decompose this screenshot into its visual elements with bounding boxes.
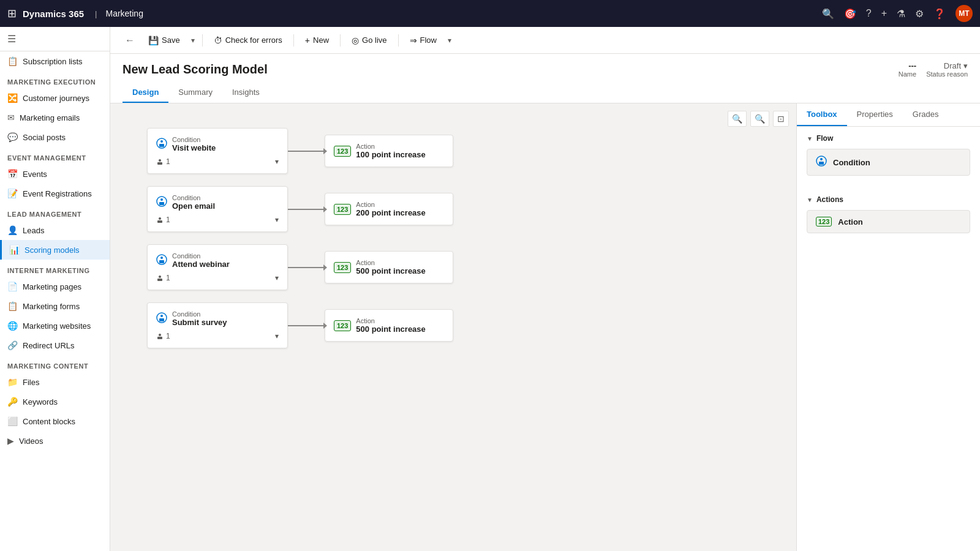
expand-icon[interactable]: ▾ — [275, 332, 279, 340]
toolbox-action-item[interactable]: 123 Action — [807, 210, 970, 233]
meta-name-value: --- — [908, 61, 916, 70]
sidebar-item-customer-journeys[interactable]: 🔀 Customer journeys — [0, 88, 110, 108]
plus-icon[interactable]: + — [881, 8, 887, 19]
status-dropdown[interactable]: Draft ▾ — [944, 61, 968, 70]
save-dropdown-button[interactable]: ▾ — [189, 33, 197, 48]
flow-dropdown-button[interactable]: ▾ — [445, 33, 454, 48]
toolbox-tab-toolbox[interactable]: Toolbox — [797, 103, 847, 126]
page-title-row: New Lead Scoring Model --- Name Draft ▾ … — [123, 61, 968, 78]
condition-node-submit-survey[interactable]: Condition Submit survey 1 ▾ — [147, 302, 288, 348]
condition-node-attend-webinar[interactable]: Condition Attend webinar 1 ▾ — [147, 244, 288, 290]
expand-icon[interactable]: ▾ — [275, 157, 279, 166]
sidebar-item-marketing-websites[interactable]: 🌐 Marketing websites — [0, 316, 110, 335]
node-name: Submit survey — [172, 318, 227, 327]
module-name: Marketing — [105, 9, 143, 18]
search-icon[interactable]: 🔍 — [822, 8, 834, 20]
scoring-models-icon: 📊 — [9, 245, 20, 255]
group-lead-management: Lead management — [0, 203, 110, 220]
target-icon[interactable]: 🎯 — [844, 8, 856, 20]
hamburger-icon[interactable]: ☰ — [7, 34, 16, 44]
back-button[interactable]: ← — [120, 32, 140, 48]
condition-node-visit-website[interactable]: Condition Visit webite 1 ▾ — [147, 128, 288, 174]
sidebar-item-social-posts[interactable]: 💬 Social posts — [0, 127, 110, 147]
page-meta: --- Name Draft ▾ Status reason — [899, 61, 968, 78]
new-button[interactable]: + New — [299, 32, 335, 48]
sidebar-item-leads[interactable]: 👤 Leads — [0, 220, 110, 240]
filter-icon[interactable]: ⚗ — [897, 8, 905, 20]
sidebar-item-redirect-urls[interactable]: 🔗 Redirect URLs — [0, 335, 110, 355]
toolbox-action-icon: 123 — [816, 217, 832, 227]
sidebar-item-label: Keywords — [23, 397, 58, 407]
sidebar-item-marketing-emails[interactable]: ✉ Marketing emails — [0, 108, 110, 127]
divider — [293, 34, 294, 47]
help-icon[interactable]: ? — [866, 8, 872, 19]
check-errors-button[interactable]: ⏱ Check for errors — [208, 32, 288, 48]
divider — [202, 34, 203, 47]
sidebar-item-label: Event Registrations — [23, 189, 92, 198]
chevron-down-icon: ▾ — [963, 61, 968, 70]
sidebar-item-marketing-forms[interactable]: 📋 Marketing forms — [0, 296, 110, 316]
top-nav: ⊞ Dynamics 365 | Marketing 🔍 🎯 ? + ⚗ ⚙ ❓… — [0, 0, 980, 27]
flow-canvas: Condition Visit webite 1 ▾ — [123, 116, 784, 483]
tab-design[interactable]: Design — [123, 83, 168, 103]
event-registrations-icon: 📝 — [7, 189, 18, 198]
action-node-100[interactable]: 123 Action 100 point increase — [325, 135, 453, 167]
events-icon: 📅 — [7, 169, 18, 179]
customer-journeys-icon: 🔀 — [7, 93, 18, 103]
svg-rect-22 — [819, 162, 824, 165]
svg-point-13 — [159, 276, 161, 278]
page-header: New Lead Scoring Model --- Name Draft ▾ … — [110, 54, 980, 103]
marketing-forms-icon: 📋 — [7, 301, 18, 311]
question-icon[interactable]: ❓ — [933, 8, 946, 20]
toolbox-tab-grades[interactable]: Grades — [903, 103, 949, 126]
action-node-500-webinar[interactable]: 123 Action 500 point increase — [325, 251, 453, 283]
go-live-button[interactable]: ◎ Go live — [345, 32, 393, 48]
connector — [288, 267, 325, 268]
sidebar-item-content-blocks[interactable]: ⬜ Content blocks — [0, 411, 110, 431]
action-type-label: Action — [356, 317, 425, 324]
action-node-200[interactable]: 123 Action 200 point increase — [325, 193, 453, 225]
flow-button[interactable]: ⇒ Flow — [404, 32, 443, 48]
toolbox-action-label: Action — [838, 217, 862, 227]
action-icon: 123 — [334, 204, 351, 215]
sidebar-item-files[interactable]: 📁 Files — [0, 372, 110, 392]
tab-summary[interactable]: Summary — [168, 83, 222, 103]
action-name: 200 point increase — [356, 208, 425, 217]
condition-node-open-email[interactable]: Condition Open email 1 ▾ — [147, 186, 288, 232]
action-name: 500 point increase — [356, 266, 425, 276]
condition-icon — [156, 254, 167, 268]
save-icon: 💾 — [148, 36, 159, 45]
expand-icon[interactable]: ▾ — [275, 274, 279, 282]
marketing-pages-icon: 📄 — [7, 282, 18, 291]
keywords-icon: 🔑 — [7, 397, 18, 407]
sidebar-item-event-registrations[interactable]: 📝 Event Registrations — [0, 184, 110, 203]
expand-icon[interactable]: ▾ — [275, 216, 279, 224]
social-posts-icon: 💬 — [7, 132, 18, 142]
settings-icon[interactable]: ⚙ — [915, 8, 924, 20]
sidebar-item-label: Subscription lists — [23, 57, 83, 66]
svg-point-1 — [160, 140, 163, 143]
toolbox-condition-item[interactable]: Condition — [807, 149, 970, 176]
svg-rect-17 — [159, 318, 164, 321]
sidebar-item-subscription-lists[interactable]: 📋 Subscription lists — [0, 51, 110, 71]
svg-rect-19 — [157, 337, 162, 339]
sidebar-item-scoring-models[interactable]: 📊 Scoring models — [0, 240, 110, 260]
svg-point-3 — [159, 159, 161, 162]
tab-insights[interactable]: Insights — [222, 83, 270, 103]
sidebar-item-marketing-pages[interactable]: 📄 Marketing pages — [0, 277, 110, 296]
status-label: Status reason — [926, 70, 968, 78]
divider — [340, 34, 341, 47]
sidebar-item-events[interactable]: 📅 Events — [0, 164, 110, 184]
avatar[interactable]: MT — [956, 5, 973, 22]
actions-arrow-icon: ▼ — [807, 197, 813, 203]
app-grid-icon[interactable]: ⊞ — [7, 7, 17, 20]
action-node-500-survey[interactable]: 123 Action 500 point increase — [325, 309, 453, 342]
svg-rect-2 — [159, 144, 164, 147]
sidebar-item-videos[interactable]: ▶ Videos — [0, 431, 110, 451]
sidebar-item-keywords[interactable]: 🔑 Keywords — [0, 392, 110, 411]
save-button[interactable]: 💾 Save — [142, 32, 186, 48]
content-blocks-icon: ⬜ — [7, 416, 18, 426]
toolbox-tab-properties[interactable]: Properties — [847, 103, 903, 126]
sidebar-item-label: Videos — [19, 437, 43, 446]
sidebar-item-label: Marketing forms — [23, 302, 80, 311]
